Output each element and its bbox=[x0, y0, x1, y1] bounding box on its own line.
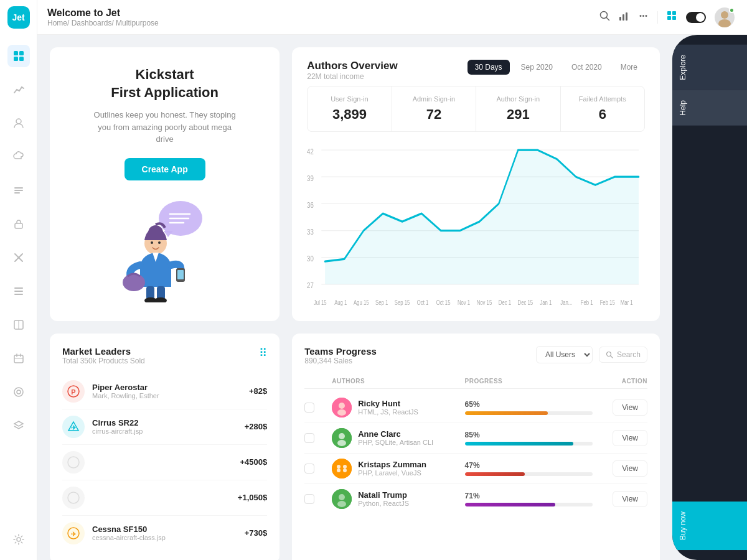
svg-point-21 bbox=[17, 390, 21, 394]
piper-icon: P bbox=[62, 380, 85, 403]
stat-value-author: 291 bbox=[486, 106, 550, 123]
kickstart-title: KickstartFirst Application bbox=[111, 66, 218, 101]
action-cell: View bbox=[598, 460, 647, 477]
row-checkbox[interactable] bbox=[304, 403, 314, 413]
svg-point-86 bbox=[68, 492, 79, 503]
sidebar-item-adjust[interactable] bbox=[7, 381, 30, 403]
create-app-button[interactable]: Create App bbox=[125, 158, 205, 180]
dots-icon[interactable] bbox=[638, 11, 649, 24]
help-button[interactable]: Help bbox=[672, 90, 747, 126]
svg-text:✈: ✈ bbox=[71, 531, 77, 538]
teams-th-authors: AUTHORS bbox=[332, 378, 459, 385]
stat-value-user: 3,899 bbox=[317, 106, 381, 123]
svg-point-85 bbox=[68, 457, 79, 468]
teams-search[interactable]: Search bbox=[599, 347, 647, 363]
explore-button[interactable]: Explore bbox=[672, 45, 747, 90]
svg-rect-13 bbox=[14, 294, 23, 295]
sidebar-item-grid[interactable] bbox=[7, 45, 30, 67]
item4-value: +1,050$ bbox=[238, 493, 267, 502]
svg-point-101 bbox=[343, 469, 347, 472]
online-indicator bbox=[729, 7, 735, 13]
row-checkbox[interactable] bbox=[304, 464, 314, 474]
svg-point-36 bbox=[718, 19, 731, 27]
sidebar-item-chart[interactable] bbox=[7, 78, 30, 101]
sidebar-item-list[interactable] bbox=[7, 179, 30, 202]
dark-mode-toggle[interactable] bbox=[686, 12, 706, 23]
analytics-icon[interactable] bbox=[619, 11, 629, 24]
row-checkbox[interactable] bbox=[304, 433, 314, 443]
filter-30days[interactable]: 30 Days bbox=[467, 60, 510, 75]
action-cell: View bbox=[598, 430, 647, 446]
progress-bar bbox=[465, 442, 593, 446]
view-button[interactable]: View bbox=[613, 399, 647, 416]
view-button[interactable]: View bbox=[613, 491, 647, 507]
view-button[interactable]: View bbox=[613, 430, 647, 446]
app-logo[interactable]: Jet bbox=[7, 6, 30, 29]
market-item: +4500$ bbox=[62, 445, 267, 480]
row-checkbox[interactable] bbox=[304, 494, 314, 504]
search-icon[interactable] bbox=[599, 11, 610, 24]
svg-text:Nov 1: Nov 1 bbox=[458, 299, 470, 306]
author-details: Natali Trump Python, ReactJS bbox=[358, 490, 409, 507]
svg-point-4 bbox=[16, 119, 21, 124]
sidebar-item-cloud[interactable] bbox=[7, 146, 30, 168]
bottom-row: Market Leaders Total 350k Products Sold … bbox=[50, 334, 660, 560]
sidebar-item-layers[interactable] bbox=[7, 414, 30, 437]
market-item: +1,050$ bbox=[62, 480, 267, 516]
settings-icon[interactable] bbox=[13, 528, 24, 554]
author-avatar bbox=[332, 489, 352, 509]
filter-oct2020[interactable]: Oct 2020 bbox=[564, 60, 609, 75]
svg-point-45 bbox=[158, 241, 161, 244]
sidebar-item-close[interactable] bbox=[7, 246, 30, 269]
progress-fill bbox=[465, 411, 548, 415]
svg-point-92 bbox=[339, 403, 345, 409]
svg-point-95 bbox=[339, 433, 345, 439]
svg-text:33: 33 bbox=[307, 228, 314, 236]
stat-label-admin: Admin Sign-in bbox=[402, 95, 466, 103]
main-content: KickstartFirst Application Outlines keep… bbox=[37, 35, 672, 560]
author-details: Anne Clarc PHP, SQLite, Artisan CLI bbox=[358, 429, 433, 446]
sidebar-item-box[interactable] bbox=[7, 314, 30, 336]
svg-point-97 bbox=[332, 459, 352, 478]
filter-more[interactable]: More bbox=[613, 60, 645, 75]
svg-point-35 bbox=[721, 11, 728, 19]
progress-label: 47% bbox=[465, 461, 593, 470]
table-row: Kristaps Zumman PHP, Laravel, VueJS 47% … bbox=[304, 454, 647, 484]
svg-text:30: 30 bbox=[307, 254, 314, 263]
stat-value-admin: 72 bbox=[402, 106, 466, 123]
svg-text:36: 36 bbox=[307, 201, 314, 210]
svg-point-20 bbox=[14, 388, 23, 396]
authors-title: Authors Overview bbox=[307, 60, 398, 72]
svg-rect-1 bbox=[19, 51, 24, 55]
stats-row: User Sign-in 3,899 Admin Sign-in 72 Auth… bbox=[307, 86, 645, 132]
table-row: Anne Clarc PHP, SQLite, Artisan CLI 85% … bbox=[304, 423, 647, 454]
author-name: Natali Trump bbox=[358, 490, 409, 500]
sidebar-item-calendar[interactable] bbox=[7, 347, 30, 370]
stat-author-signin: Author Sign-in 291 bbox=[476, 86, 560, 131]
market-options-icon[interactable]: ⠿ bbox=[259, 346, 267, 360]
view-button[interactable]: View bbox=[613, 460, 647, 477]
buy-now-button[interactable]: Buy now bbox=[672, 502, 747, 550]
svg-line-90 bbox=[611, 356, 613, 358]
svg-text:Agu 15: Agu 15 bbox=[354, 299, 369, 306]
breadcrumb: Home/ Dashboards/ Multipurpose bbox=[47, 19, 593, 27]
cirrus-name: Cirrus SR22 bbox=[92, 418, 237, 427]
progress-fill bbox=[465, 503, 556, 506]
grid-view-icon[interactable] bbox=[667, 11, 677, 24]
sidebar-item-user[interactable] bbox=[7, 112, 30, 134]
svg-point-99 bbox=[343, 465, 347, 469]
svg-rect-12 bbox=[14, 291, 23, 292]
filter-sep2020[interactable]: Sep 2020 bbox=[514, 60, 560, 75]
svg-rect-8 bbox=[15, 223, 22, 228]
kickstart-description: Outlines keep you honest. They stoping y… bbox=[90, 109, 240, 146]
teams-filter-select[interactable]: All Users bbox=[536, 346, 593, 363]
stat-label-failed: Failed Attempts bbox=[571, 95, 634, 103]
svg-text:39: 39 bbox=[307, 174, 314, 182]
sidebar-item-lock[interactable] bbox=[7, 213, 30, 235]
cessna-name: Cessna SF150 bbox=[92, 525, 237, 534]
market-subtitle: Total 350k Products Sold bbox=[62, 357, 145, 365]
kickstart-illustration bbox=[109, 190, 221, 302]
svg-point-29 bbox=[642, 15, 644, 17]
sidebar-item-menu[interactable] bbox=[7, 280, 30, 302]
action-cell: View bbox=[598, 399, 647, 416]
